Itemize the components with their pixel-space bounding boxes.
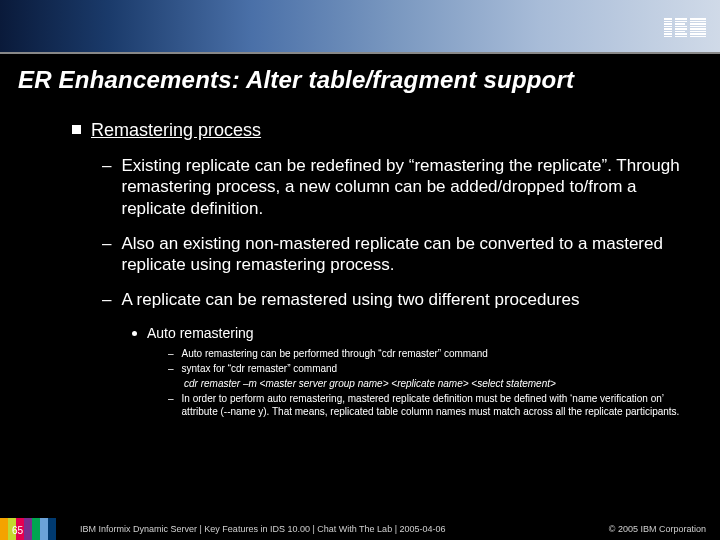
dash-icon: – [102, 289, 111, 310]
ibm-logo [664, 18, 706, 37]
sub-heading-row: Auto remastering [132, 325, 680, 341]
color-bar [32, 518, 40, 540]
sub-item-text: syntax for “cdr remaster” command [182, 362, 338, 375]
color-bar [40, 518, 48, 540]
bullet-text: Also an existing non-mastered replicate … [121, 233, 680, 276]
bullet-text: A replicate can be remastered using two … [121, 289, 579, 310]
footer: IBM Informix Dynamic Server | Key Featur… [0, 518, 720, 540]
sub-item: – syntax for “cdr remaster” command [168, 362, 680, 375]
dash-icon: – [168, 392, 174, 405]
dot-bullet-icon [132, 331, 137, 336]
dash-icon: – [102, 155, 111, 176]
color-bar [0, 518, 8, 540]
bullet-text: Existing replicate can be redefined by “… [121, 155, 680, 219]
header-banner [0, 0, 720, 54]
command-syntax: cdr remaster –m <master server group nam… [184, 377, 680, 390]
bullet-item: – A replicate can be remastered using tw… [102, 289, 680, 310]
sub-item: – In order to perform auto remastering, … [168, 392, 680, 418]
copyright: © 2005 IBM Corporation [609, 518, 720, 540]
color-bar [24, 518, 32, 540]
sub-item: – Auto remastering can be performed thro… [168, 347, 680, 360]
footer-text: IBM Informix Dynamic Server | Key Featur… [56, 518, 609, 540]
heading-text: Remastering process [91, 120, 261, 141]
dash-icon: – [168, 362, 174, 375]
square-bullet-icon [72, 125, 81, 134]
sub-heading-text: Auto remastering [147, 325, 254, 341]
content-area: Remastering process – Existing replicate… [72, 120, 680, 420]
slide-number: 65 [12, 525, 23, 536]
slide: ER Enhancements: Alter table/fragment su… [0, 0, 720, 540]
color-bar [48, 518, 56, 540]
dash-icon: – [102, 233, 111, 254]
heading-row: Remastering process [72, 120, 680, 141]
sub-item-text: Auto remastering can be performed throug… [182, 347, 488, 360]
slide-title: ER Enhancements: Alter table/fragment su… [18, 66, 574, 94]
sub-item-text: In order to perform auto remastering, ma… [182, 392, 680, 418]
bullet-item: – Also an existing non-mastered replicat… [102, 233, 680, 276]
bullet-item: – Existing replicate can be redefined by… [102, 155, 680, 219]
color-bars [0, 518, 56, 540]
dash-icon: – [168, 347, 174, 360]
